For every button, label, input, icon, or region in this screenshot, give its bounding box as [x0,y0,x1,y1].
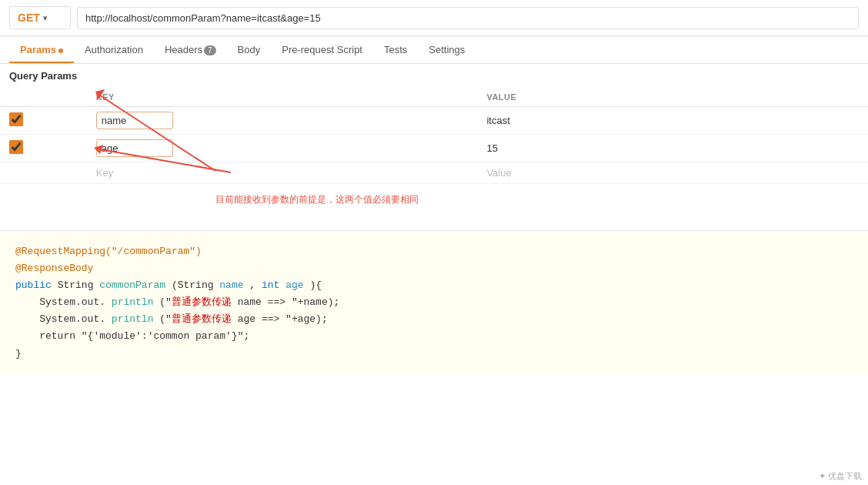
tab-prerequest-label: Pre-request Script [282,44,362,55]
code-keyword-public: public [15,279,52,291]
code-method-name: commonParam [99,279,165,291]
params-dot [58,48,63,53]
url-bar: GET ▾ [0,0,868,36]
code-line-3: public String commonParam (String name ,… [15,277,853,294]
new-row-value-placeholder: Value [486,167,511,179]
tab-tests-label: Tests [384,44,407,55]
tab-authorization[interactable]: Authorization [74,36,154,63]
tab-body-label: Body [238,44,261,55]
tab-tests[interactable]: Tests [373,36,418,63]
code-line-2: @ResponseBody [15,260,853,277]
tab-settings[interactable]: Settings [418,36,476,63]
code-line-4: System.out. println ("普通参数传递 name ==> "+… [15,294,853,311]
params-table-wrapper: KEY VALUE itcast 15 Key Value [0,88,868,230]
tabs-bar: Params Authorization Headers7 Body Pre-r… [0,36,868,64]
row1-value: itcast [486,115,509,126]
tab-settings-label: Settings [429,44,465,55]
code-section: @RequestMapping("/commonParam") @Respons… [0,230,868,375]
new-row-key-placeholder: Key [96,167,113,179]
tab-headers[interactable]: Headers7 [154,36,227,63]
code-println-1: println [112,296,154,308]
code-line-1: @RequestMapping("/commonParam") [15,243,853,260]
tab-body[interactable]: Body [227,36,272,63]
code-param-name: name [219,279,243,291]
code-annotation-responsebody: @ResponseBody [15,263,93,274]
code-param-age: age [285,279,303,291]
code-line-5: System.out. println ("普通参数传递 age ==> "+a… [15,311,853,328]
code-keyword-int: int [262,279,279,291]
watermark: ✦ 优盘下载 [819,470,862,482]
annotation-text: 目前能接收到参数的前提是，这两个值必须要相同 [215,193,419,206]
row2-key-input[interactable] [96,139,173,157]
code-line-6: return "{'module':'common param'}"; [15,328,853,345]
table-row: itcast [0,107,868,135]
col-key-header: KEY [87,88,478,107]
method-select[interactable]: GET ▾ [9,6,71,29]
tab-authorization-label: Authorization [85,44,143,55]
row1-checkbox[interactable] [9,112,23,126]
row2-checkbox[interactable] [9,140,23,154]
params-table: KEY VALUE itcast 15 Key Value [0,88,868,184]
code-annotation-requestmapping: @RequestMapping("/commonParam") [15,246,202,257]
code-println-2: println [112,313,154,325]
headers-badge: 7 [204,45,216,55]
table-row-new: Key Value [0,162,868,184]
table-row: 15 [0,135,868,162]
method-label: GET [18,12,40,24]
chevron-down-icon: ▾ [43,14,47,22]
code-line-7: } [15,346,853,363]
col-value-header: VALUE [477,88,868,107]
tab-headers-label: Headers [165,44,202,55]
tab-params[interactable]: Params [9,36,74,63]
row1-key-input[interactable] [96,112,173,129]
tab-params-label: Params [20,44,56,55]
url-input[interactable] [77,7,859,29]
tab-prerequest[interactable]: Pre-request Script [271,36,373,63]
row2-value: 15 [486,142,497,154]
query-params-section-label: Query Params [0,64,868,88]
